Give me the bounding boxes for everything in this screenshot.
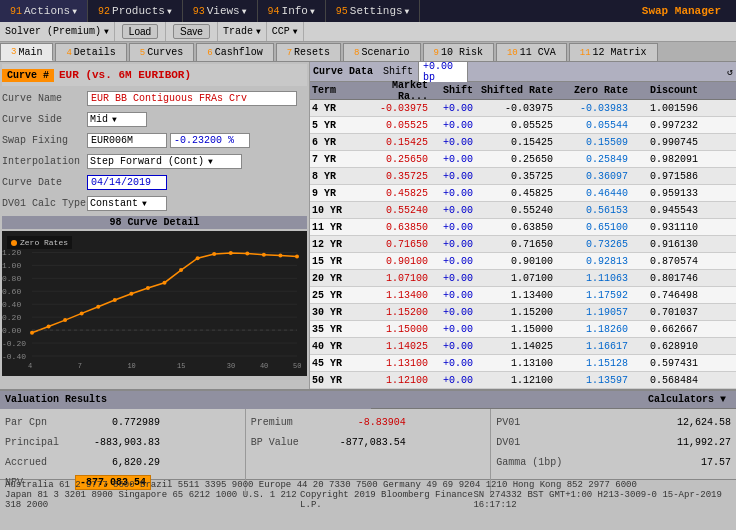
table-row[interactable]: 25 YR 1.13400 +0.00 1.13400 1.17592 0.74… bbox=[310, 287, 736, 304]
curve-side-select[interactable]: Mid ▼ bbox=[87, 112, 147, 127]
cell-disc: 0.916130 bbox=[630, 239, 700, 250]
save-button[interactable]: Save bbox=[173, 24, 210, 39]
refresh-icon[interactable]: ↺ bbox=[727, 66, 733, 78]
accrued-label: Accrued bbox=[5, 457, 75, 468]
dv01-row: DV01 Calc Type Constant ▼ bbox=[2, 193, 307, 213]
principal-value: -883,903.83 bbox=[75, 437, 165, 448]
interpolation-row: Interpolation Step Forward (Cont) ▼ bbox=[2, 151, 307, 171]
col-discount: Discount bbox=[630, 85, 700, 96]
table-row[interactable]: 30 YR 1.15200 +0.00 1.15200 1.19057 0.70… bbox=[310, 304, 736, 321]
par-cpn-label: Par Cpn bbox=[5, 417, 75, 428]
cell-zrate: 1.11063 bbox=[555, 273, 630, 284]
table-row[interactable]: 35 YR 1.15000 +0.00 1.15000 1.18260 0.66… bbox=[310, 321, 736, 338]
cell-zrate: 0.46440 bbox=[555, 188, 630, 199]
tab-matrix[interactable]: 1112 Matrix bbox=[569, 43, 658, 61]
tab-num-matrix: 11 bbox=[580, 48, 591, 58]
menu-products[interactable]: 92 Products ▼ bbox=[88, 0, 183, 22]
cell-term: 10 YR bbox=[310, 205, 355, 216]
table-row[interactable]: 10 YR 0.55240 +0.00 0.55240 0.56153 0.94… bbox=[310, 202, 736, 219]
menu-actions[interactable]: 91 Actions ▼ bbox=[0, 0, 88, 22]
load-button[interactable]: Load bbox=[122, 24, 158, 39]
table-row[interactable]: 5 YR 0.05525 +0.00 0.05525 0.05544 0.997… bbox=[310, 117, 736, 134]
tab-risk[interactable]: 910 Risk bbox=[423, 43, 494, 61]
cell-zrate: 1.13597 bbox=[555, 375, 630, 386]
curve-side-arrow-icon: ▼ bbox=[112, 115, 117, 124]
curve-number-badge: Curve # bbox=[2, 69, 54, 82]
cell-disc: 0.945543 bbox=[630, 205, 700, 216]
interpolation-arrow-icon: ▼ bbox=[208, 157, 213, 166]
curve-date-value[interactable]: 04/14/2019 bbox=[87, 175, 167, 190]
cell-shift: +0.00 bbox=[430, 120, 475, 131]
table-row[interactable]: 4 YR -0.03975 +0.00 -0.03975 -0.03983 1.… bbox=[310, 100, 736, 117]
premium-label: Premium bbox=[251, 417, 321, 428]
tab-resets[interactable]: 7Resets bbox=[276, 43, 341, 61]
tab-num-risk: 9 bbox=[434, 48, 439, 58]
principal-label: Principal bbox=[5, 437, 75, 448]
cell-mrate: 0.71650 bbox=[355, 239, 430, 250]
table-row[interactable]: 6 YR 0.15425 +0.00 0.15425 0.15509 0.990… bbox=[310, 134, 736, 151]
menu-views[interactable]: 93 Views ▼ bbox=[183, 0, 258, 22]
chart-container: Zero Rates bbox=[2, 231, 307, 376]
menu-settings[interactable]: 95 Settings ▼ bbox=[326, 0, 421, 22]
table-row[interactable]: 20 YR 1.07100 +0.00 1.07100 1.11063 0.80… bbox=[310, 270, 736, 287]
principal-row: Principal -883,903.83 bbox=[5, 432, 240, 452]
gamma-label: Gamma (1bp) bbox=[496, 457, 562, 468]
tab-cashflow[interactable]: 6Cashflow bbox=[196, 43, 273, 61]
calculators-label[interactable]: Calculators ▼ bbox=[643, 393, 731, 406]
premium-value: -8.83904 bbox=[321, 417, 411, 428]
cell-shift: +0.00 bbox=[430, 375, 475, 386]
dv01-result-label: DV01 bbox=[496, 437, 520, 448]
tab-curves[interactable]: 5Curves bbox=[129, 43, 194, 61]
table-row[interactable]: 12 YR 0.71650 +0.00 0.71650 0.73265 0.91… bbox=[310, 236, 736, 253]
cell-disc: 0.568484 bbox=[630, 375, 700, 386]
cell-disc: 0.990745 bbox=[630, 137, 700, 148]
table-row[interactable]: 45 YR 1.13100 +0.00 1.13100 1.15128 0.59… bbox=[310, 355, 736, 372]
tab-cva[interactable]: 1011 CVA bbox=[496, 43, 567, 61]
dv01-select[interactable]: Constant ▼ bbox=[87, 196, 167, 211]
menu-num-products: 92 bbox=[98, 6, 110, 17]
cell-disc: 0.701037 bbox=[630, 307, 700, 318]
table-row[interactable]: 11 YR 0.63850 +0.00 0.63850 0.65100 0.93… bbox=[310, 219, 736, 236]
table-row[interactable]: 8 YR 0.35725 +0.00 0.35725 0.36097 0.971… bbox=[310, 168, 736, 185]
table-row[interactable]: 7 YR 0.25650 +0.00 0.25650 0.25849 0.982… bbox=[310, 151, 736, 168]
cell-term: 4 YR bbox=[310, 103, 355, 114]
ccp-arrow-icon: ▼ bbox=[293, 27, 298, 36]
cell-term: 15 YR bbox=[310, 256, 355, 267]
cell-mrate: 1.13400 bbox=[355, 290, 430, 301]
table-row[interactable]: 50 YR 1.12100 +0.00 1.12100 1.13597 0.56… bbox=[310, 372, 736, 389]
swap-fixing-row: Swap Fixing EUR006M -0.23200 % bbox=[2, 130, 307, 150]
tab-details[interactable]: 4Details bbox=[55, 43, 126, 61]
solver-arrow-icon: ▼ bbox=[104, 27, 109, 36]
cell-shift: +0.00 bbox=[430, 188, 475, 199]
table-header: Term Market Ra... Shift Shifted Rate Zer… bbox=[310, 82, 736, 100]
cell-term: 8 YR bbox=[310, 171, 355, 182]
cell-shift: +0.00 bbox=[430, 137, 475, 148]
ccp-dropdown[interactable]: CCP ▼ bbox=[272, 26, 298, 37]
shift-label: Shift bbox=[383, 66, 413, 77]
menu-num-settings: 95 bbox=[336, 6, 348, 17]
curve-number-row: Curve # EUR (vs. 6M EURIBOR) bbox=[2, 64, 307, 86]
cell-term: 35 YR bbox=[310, 324, 355, 335]
cell-zrate: 0.25849 bbox=[555, 154, 630, 165]
trade-dropdown[interactable]: Trade ▼ bbox=[223, 26, 261, 37]
accrued-row: Accrued 6,820.29 bbox=[5, 452, 240, 472]
cell-zrate: 1.16617 bbox=[555, 341, 630, 352]
cell-shift: +0.00 bbox=[430, 154, 475, 165]
tab-main[interactable]: 3Main bbox=[0, 43, 53, 61]
menu-info[interactable]: 94 Info ▼ bbox=[258, 0, 326, 22]
col-term: Term bbox=[310, 85, 355, 96]
cell-shift: +0.00 bbox=[430, 290, 475, 301]
cell-zrate: 0.05544 bbox=[555, 120, 630, 131]
cell-mrate: 1.15000 bbox=[355, 324, 430, 335]
table-row[interactable]: 40 YR 1.14025 +0.00 1.14025 1.16617 0.62… bbox=[310, 338, 736, 355]
cell-zrate: 1.15128 bbox=[555, 358, 630, 369]
solver-dropdown[interactable]: Solver (Premium) ▼ bbox=[5, 26, 109, 37]
cell-disc: 0.662667 bbox=[630, 324, 700, 335]
dv01-label: DV01 Calc Type bbox=[2, 198, 87, 209]
cell-zrate: 0.15509 bbox=[555, 137, 630, 148]
interpolation-select[interactable]: Step Forward (Cont) ▼ bbox=[87, 154, 242, 169]
tab-num-cva: 10 bbox=[507, 48, 518, 58]
table-row[interactable]: 9 YR 0.45825 +0.00 0.45825 0.46440 0.959… bbox=[310, 185, 736, 202]
table-row[interactable]: 15 YR 0.90100 +0.00 0.90100 0.92813 0.87… bbox=[310, 253, 736, 270]
tab-scenario[interactable]: 8Scenario bbox=[343, 43, 420, 61]
